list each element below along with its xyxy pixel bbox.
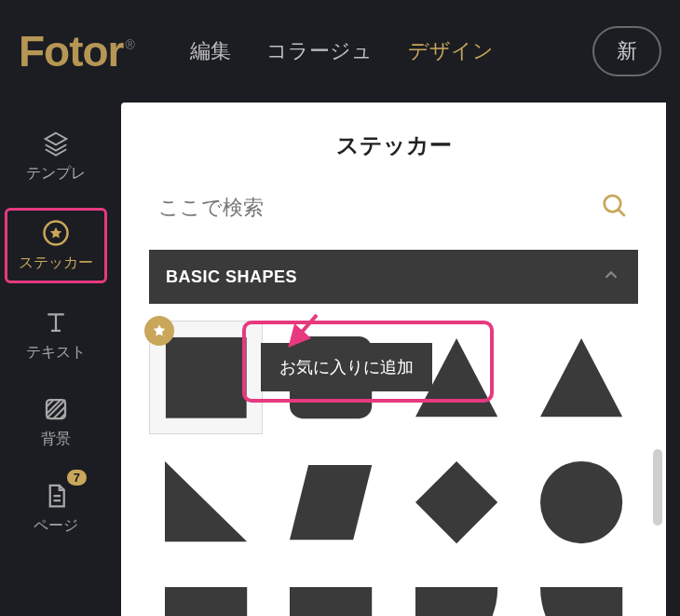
quarter-circle-icon xyxy=(410,582,503,617)
pages-count-badge: 7 xyxy=(67,470,87,486)
svg-marker-8 xyxy=(290,465,372,540)
favorite-star-icon[interactable] xyxy=(144,316,174,346)
sidebar-label-background: 背景 xyxy=(41,430,71,449)
brand-registered: ® xyxy=(126,37,135,52)
shape-square[interactable] xyxy=(149,321,263,434)
shape-right-triangle[interactable] xyxy=(149,445,263,559)
new-button[interactable]: 新 xyxy=(592,26,661,76)
right-triangle-icon xyxy=(159,456,252,549)
left-sidebar: テンプレ ステッカー テキスト 背景 7 ページ xyxy=(0,103,112,543)
sidebar-item-text[interactable]: テキスト xyxy=(5,300,107,370)
search-container xyxy=(149,183,638,233)
nav-collage[interactable]: コラージュ xyxy=(263,32,376,71)
tooltip-text: お気に入りに追加 xyxy=(261,343,432,391)
square-icon xyxy=(160,332,252,424)
layers-icon xyxy=(41,129,71,158)
svg-point-10 xyxy=(540,461,622,543)
shape-quarter-3[interactable] xyxy=(400,571,513,617)
sidebar-label-sticker: ステッカー xyxy=(19,253,93,273)
quarter-circle-icon xyxy=(535,582,628,617)
category-header[interactable]: BASIC SHAPES xyxy=(149,250,638,304)
shape-partial-2[interactable] xyxy=(274,571,388,617)
partial-shape-icon xyxy=(284,582,377,617)
sidebar-item-background[interactable]: 背景 xyxy=(5,387,107,457)
shape-partial-1[interactable] xyxy=(149,571,263,617)
parallelogram-icon xyxy=(284,456,377,549)
svg-rect-11 xyxy=(165,587,247,616)
svg-marker-9 xyxy=(415,461,497,543)
shape-triangle-2[interactable] xyxy=(524,321,638,434)
sidebar-item-pages[interactable]: 7 ページ xyxy=(5,473,107,543)
shape-quarter-4[interactable] xyxy=(524,571,638,617)
svg-marker-7 xyxy=(165,461,247,541)
favorite-tooltip: お気に入りに追加 xyxy=(261,343,432,391)
sidebar-item-template[interactable]: テンプレ xyxy=(5,121,107,191)
circle-icon xyxy=(535,456,628,549)
page-icon xyxy=(41,481,71,511)
diamond-icon xyxy=(410,456,503,549)
sidebar-item-sticker[interactable]: ステッカー xyxy=(5,208,107,283)
svg-rect-12 xyxy=(290,587,372,616)
top-nav: 編集 コラージュ デザイン xyxy=(186,32,497,71)
partial-shape-icon xyxy=(159,582,252,617)
sidebar-label-pages: ページ xyxy=(34,516,78,536)
search-input[interactable] xyxy=(149,183,638,233)
nav-design[interactable]: デザイン xyxy=(404,32,497,71)
svg-marker-6 xyxy=(540,338,622,417)
shape-diamond[interactable] xyxy=(400,445,513,559)
sidebar-label-template: テンプレ xyxy=(26,164,86,184)
brand-logo[interactable]: Fotor ® xyxy=(19,26,135,76)
search-icon[interactable] xyxy=(601,192,629,224)
hatch-icon xyxy=(41,394,71,424)
brand-name: Fotor xyxy=(19,26,124,76)
top-bar: Fotor ® 編集 コラージュ デザイン 新 xyxy=(0,0,680,103)
category-title: BASIC SHAPES xyxy=(166,267,297,287)
nav-edit[interactable]: 編集 xyxy=(186,32,235,71)
scrollbar-thumb[interactable] xyxy=(653,449,662,526)
shape-parallelogram[interactable] xyxy=(274,445,388,559)
text-icon xyxy=(41,308,71,337)
chevron-up-icon xyxy=(601,265,621,289)
sidebar-label-text: テキスト xyxy=(26,343,86,363)
shape-circle[interactable] xyxy=(524,445,638,559)
svg-rect-3 xyxy=(166,337,247,418)
triangle-icon xyxy=(535,331,628,424)
panel-title: ステッカー xyxy=(121,103,666,183)
star-badge-icon xyxy=(41,218,71,248)
